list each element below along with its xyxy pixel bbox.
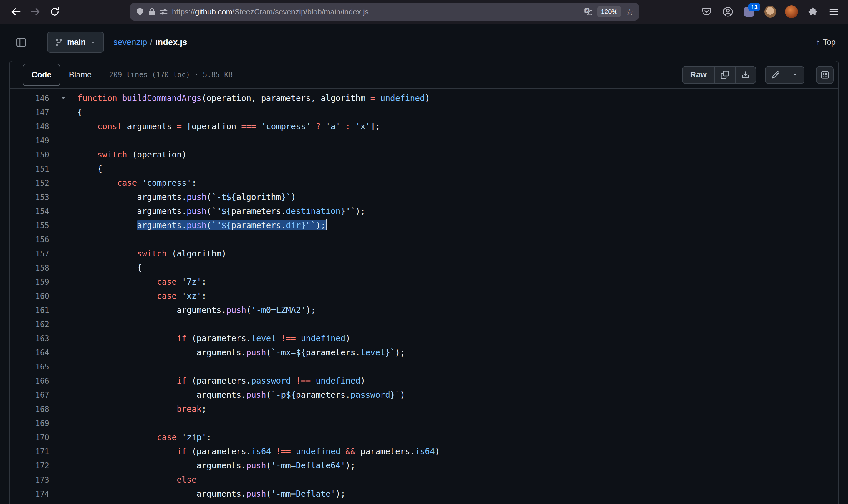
extension-button[interactable]: 13 — [743, 5, 756, 18]
line-number[interactable]: 167 — [10, 388, 49, 402]
line-number[interactable]: 155 — [10, 218, 49, 233]
tracking-shield-icon[interactable] — [136, 7, 144, 16]
line-number[interactable]: 160 — [10, 289, 49, 303]
line-number[interactable]: 168 — [10, 402, 49, 416]
extensions-puzzle-icon[interactable] — [806, 5, 819, 18]
line-number[interactable]: 150 — [10, 148, 49, 162]
svg-text:A: A — [585, 8, 588, 13]
code-line: 161 arguments.push('-m0=LZMA2'); — [10, 303, 838, 317]
forward-button[interactable] — [27, 3, 43, 20]
menu-icon[interactable] — [827, 5, 840, 18]
code-line: 169 — [10, 416, 838, 430]
monkey-extension-icon[interactable] — [764, 5, 777, 18]
zoom-level-badge[interactable]: 120% — [597, 6, 621, 17]
line-number[interactable]: 147 — [10, 105, 49, 120]
breadcrumb-separator: / — [150, 37, 152, 47]
line-number[interactable]: 158 — [10, 261, 49, 275]
code-view-container: Code Blame 209 lines (170 loc) · 5.85 KB… — [9, 61, 839, 504]
code-line: 155 arguments.push(`"${parameters.dir}"`… — [10, 218, 838, 233]
code-line: 148 const arguments = [operation === 'co… — [10, 120, 838, 134]
code-line: 150 switch (operation) — [10, 148, 838, 162]
tab-blame[interactable]: Blame — [60, 64, 101, 86]
bookmark-star-icon[interactable]: ☆ — [626, 7, 634, 17]
file-header: main sevenzip / index.js ↑ Top — [0, 24, 848, 61]
copy-button[interactable] — [714, 67, 735, 83]
browser-toolbar: https://github.com/SteezCram/sevenzip/bl… — [0, 0, 848, 24]
code-line: 172 arguments.push('-mm=Deflate64'); — [10, 459, 838, 473]
repo-link[interactable]: sevenzip — [113, 37, 147, 47]
line-number[interactable]: 148 — [10, 120, 49, 134]
raw-button[interactable]: Raw — [683, 67, 714, 83]
line-number[interactable]: 157 — [10, 247, 49, 261]
line-number[interactable]: 164 — [10, 346, 49, 360]
code-line: 151 { — [10, 162, 838, 176]
code-line: 146function buildCommandArgs(operation, … — [10, 91, 838, 105]
tab-code[interactable]: Code — [23, 64, 60, 86]
line-number[interactable]: 173 — [10, 473, 49, 487]
text-selection: arguments.push(`"${parameters.dir}"`); — [137, 220, 327, 230]
code-line: 164 arguments.push(`-mx=${parameters.lev… — [10, 346, 838, 360]
git-branch-icon — [55, 38, 63, 47]
fold-chevron-icon[interactable] — [60, 95, 67, 102]
symbols-button[interactable] — [816, 66, 834, 84]
code-line: 163 if (parameters.level !== undefined) — [10, 331, 838, 346]
line-number[interactable]: 170 — [10, 430, 49, 445]
line-number[interactable]: 151 — [10, 162, 49, 176]
chevron-down-icon — [792, 72, 798, 78]
refresh-button[interactable] — [47, 3, 63, 20]
line-number[interactable]: 172 — [10, 459, 49, 473]
line-number[interactable]: 169 — [10, 416, 49, 430]
code-line: 160 case 'xz': — [10, 289, 838, 303]
line-number[interactable]: 171 — [10, 445, 49, 459]
code-line: 173 else — [10, 473, 838, 487]
line-number[interactable]: 165 — [10, 360, 49, 374]
text-cursor — [326, 219, 327, 230]
file-toolbar: Code Blame 209 lines (170 loc) · 5.85 KB… — [10, 61, 838, 89]
back-button[interactable] — [8, 3, 24, 20]
top-label: Top — [823, 38, 836, 47]
line-number[interactable]: 152 — [10, 176, 49, 190]
code-line: 165 — [10, 360, 838, 374]
download-button[interactable] — [735, 67, 756, 83]
lock-icon[interactable] — [148, 8, 156, 16]
code-line: 152 case 'compress': — [10, 176, 838, 190]
translate-icon[interactable]: A — [583, 7, 593, 17]
url-bar[interactable]: https://github.com/SteezCram/sevenzip/bl… — [130, 3, 639, 21]
line-number[interactable]: 166 — [10, 374, 49, 388]
breadcrumb: sevenzip / index.js — [113, 37, 187, 47]
line-number[interactable]: 174 — [10, 487, 49, 501]
profile-avatar[interactable] — [785, 5, 798, 18]
code-line: 167 arguments.push(`-p${parameters.passw… — [10, 388, 838, 402]
line-number[interactable]: 154 — [10, 204, 49, 218]
code-line: 171 if (parameters.is64 !== undefined &&… — [10, 445, 838, 459]
edit-dropdown-button[interactable] — [786, 67, 804, 83]
line-number[interactable]: 162 — [10, 317, 49, 331]
copy-icon — [721, 71, 729, 79]
code-line: 162 — [10, 317, 838, 331]
account-icon[interactable] — [721, 5, 734, 18]
line-number[interactable]: 149 — [10, 134, 49, 148]
code-line: 158 { — [10, 261, 838, 275]
line-number[interactable]: 175 — [10, 501, 49, 504]
code-blame-switch: Code Blame — [23, 64, 101, 86]
edit-button[interactable] — [765, 67, 786, 83]
line-number[interactable]: 163 — [10, 331, 49, 346]
line-number[interactable]: 161 — [10, 303, 49, 317]
branch-name: main — [67, 38, 86, 47]
sidebar-toggle-button[interactable] — [12, 34, 30, 51]
code-line: 157 switch (algorithm) — [10, 247, 838, 261]
back-icon — [11, 6, 21, 17]
branch-selector[interactable]: main — [47, 32, 104, 53]
code-line: 153 arguments.push(`-t${algorithm}`) — [10, 190, 838, 204]
line-number[interactable]: 146 — [10, 91, 49, 105]
download-icon — [741, 71, 750, 79]
line-number[interactable]: 156 — [10, 233, 49, 247]
permissions-sliders-icon[interactable] — [160, 8, 168, 16]
pocket-icon[interactable] — [700, 5, 713, 18]
code-line: 159 case '7z': — [10, 275, 838, 289]
line-number[interactable]: 153 — [10, 190, 49, 204]
raw-copy-download-group: Raw — [682, 66, 756, 84]
line-number[interactable]: 159 — [10, 275, 49, 289]
code-line: 149 — [10, 134, 838, 148]
back-to-top-button[interactable]: ↑ Top — [816, 38, 836, 47]
